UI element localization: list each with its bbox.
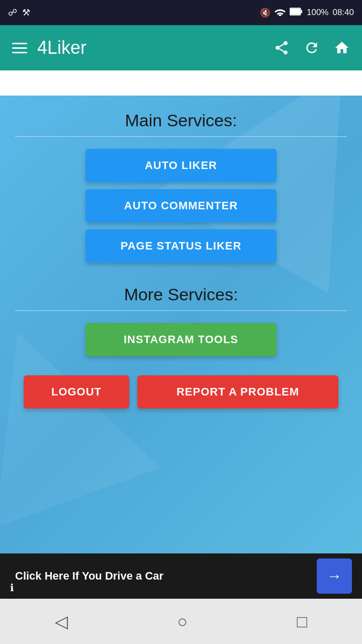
main-services-title: Main Services: bbox=[125, 111, 237, 130]
page-status-liker-button[interactable]: PAGE STATUS LIKER bbox=[85, 229, 277, 263]
time-display: 08:40 bbox=[332, 8, 354, 18]
home-nav-button[interactable]: ○ bbox=[177, 612, 188, 631]
ad-arrow-button[interactable]: → bbox=[317, 558, 352, 594]
share-button[interactable] bbox=[274, 40, 290, 56]
more-services-divider bbox=[15, 310, 347, 311]
app-bar: 4Liker bbox=[0, 25, 362, 70]
ad-info-icon: ℹ bbox=[10, 582, 14, 594]
bottom-buttons: LOGOUT REPORT A PROBLEM bbox=[15, 375, 347, 409]
ad-arrow-icon: → bbox=[327, 568, 342, 585]
instagram-tools-button[interactable]: INSTAGRAM TOOLS bbox=[85, 323, 277, 356]
more-services-title: More Services: bbox=[124, 285, 238, 304]
auto-commenter-button[interactable]: AUTO COMMENTER bbox=[85, 189, 277, 222]
hamburger-line-3 bbox=[12, 52, 27, 53]
refresh-icon bbox=[304, 40, 320, 56]
back-button[interactable]: ◁ bbox=[55, 611, 68, 631]
refresh-button[interactable] bbox=[304, 40, 320, 56]
battery-icon bbox=[290, 8, 303, 18]
status-left-icons: ☍ ⚒ bbox=[8, 7, 30, 18]
ad-banner: ℹ Click Here If You Drive a Car → bbox=[0, 553, 362, 599]
logout-button[interactable]: LOGOUT bbox=[24, 375, 129, 409]
share-icon bbox=[274, 40, 290, 56]
svg-rect-2 bbox=[301, 10, 302, 13]
mute-icon: 🔇 bbox=[260, 8, 270, 18]
status-right-info: 🔇 100% 08:40 bbox=[260, 7, 354, 19]
home-icon bbox=[334, 40, 350, 56]
report-problem-button[interactable]: REPORT A PROBLEM bbox=[137, 375, 338, 409]
app-bar-right bbox=[274, 40, 350, 56]
battery-percent: 100% bbox=[307, 8, 328, 18]
svg-rect-1 bbox=[290, 9, 300, 15]
wifi-icon bbox=[275, 7, 286, 19]
auto-liker-button[interactable]: AUTO LIKER bbox=[85, 149, 277, 182]
white-gap bbox=[0, 70, 362, 96]
nav-bar: ◁ ○ □ bbox=[0, 599, 362, 644]
ad-text: Click Here If You Drive a Car bbox=[15, 570, 317, 583]
android-icon: ⚒ bbox=[22, 7, 30, 18]
app-title: 4Liker bbox=[37, 37, 86, 58]
hamburger-line-2 bbox=[12, 47, 27, 49]
hamburger-line-1 bbox=[12, 43, 27, 44]
menu-button[interactable] bbox=[12, 43, 27, 53]
more-services-section: More Services: INSTAGRAM TOOLS bbox=[15, 285, 347, 363]
image-status-icon: ☍ bbox=[8, 7, 17, 18]
main-services-divider bbox=[15, 136, 347, 137]
status-bar: ☍ ⚒ 🔇 100% 08:40 bbox=[0, 0, 362, 25]
recent-apps-button[interactable]: □ bbox=[297, 612, 308, 631]
main-content: Main Services: AUTO LIKER AUTO COMMENTER… bbox=[0, 96, 362, 553]
app-bar-left: 4Liker bbox=[12, 37, 86, 58]
home-button[interactable] bbox=[334, 40, 350, 56]
